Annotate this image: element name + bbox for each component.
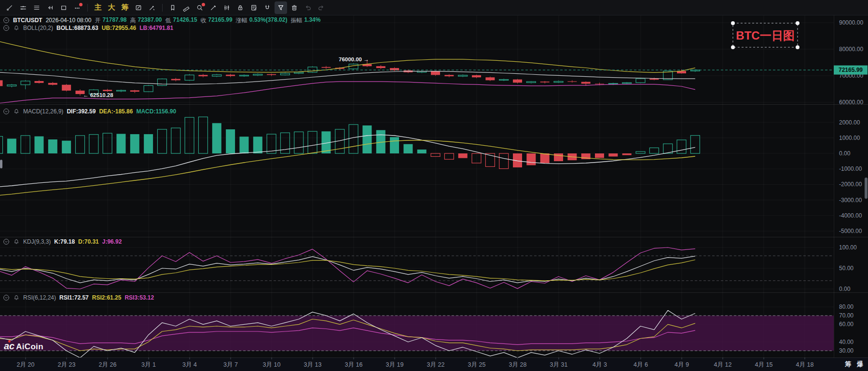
measure-tool[interactable] bbox=[180, 1, 193, 14]
symbol-info-row: BTC/USDT2026-04-10 08:00开71787.98高72387.… bbox=[3, 16, 320, 24]
toolbar: 主大筹 bbox=[0, 0, 868, 15]
boll-alert-bell-icon[interactable] bbox=[13, 25, 20, 31]
drawings-menu[interactable] bbox=[30, 1, 43, 14]
right-scrollbar-thumb[interactable] bbox=[865, 178, 868, 199]
collapse-macd-panel-icon[interactable] bbox=[3, 108, 10, 115]
toolbar-separator bbox=[87, 4, 88, 12]
hline-icon bbox=[20, 4, 27, 12]
svg-text:4月 3: 4月 3 bbox=[592, 361, 607, 368]
svg-text:60.00: 60.00 bbox=[839, 321, 854, 328]
svg-text:60000.00: 60000.00 bbox=[839, 99, 863, 106]
svg-text:0.00: 0.00 bbox=[839, 286, 851, 292]
kdj-indicator-name: KDJ(9,3,3) bbox=[23, 238, 51, 245]
rsi-alert-bell-icon[interactable] bbox=[13, 294, 20, 301]
macd-indicator-name: MACD(12,26,9) bbox=[23, 108, 63, 115]
svg-text:-3000.00: -3000.00 bbox=[839, 197, 862, 204]
ohlc-field-0: 开71787.98 bbox=[95, 16, 126, 25]
symbol-label: BTC/USDT bbox=[13, 17, 42, 24]
note-annotation-text[interactable]: BTC一日图 bbox=[736, 29, 794, 42]
svg-text:3月 25: 3月 25 bbox=[468, 361, 486, 368]
kdj-value-2: J:96.92 bbox=[102, 238, 122, 245]
undo-button[interactable] bbox=[302, 1, 314, 14]
svg-text:4月 6: 4月 6 bbox=[634, 361, 648, 368]
svg-text:30.00: 30.00 bbox=[839, 347, 854, 354]
svg-text:3月 10: 3月 10 bbox=[263, 361, 281, 368]
lock-icon bbox=[237, 4, 244, 12]
note-tool[interactable] bbox=[248, 1, 260, 14]
collapse-boll-icon[interactable] bbox=[3, 25, 10, 31]
svg-text:80000.00: 80000.00 bbox=[839, 46, 863, 53]
macd-alert-bell-icon[interactable] bbox=[13, 108, 20, 115]
brush-icon bbox=[149, 4, 155, 12]
notification-dot bbox=[79, 3, 83, 6]
arrow-icon bbox=[47, 4, 54, 12]
pen-tool[interactable] bbox=[207, 1, 220, 14]
selection-handle[interactable] bbox=[731, 45, 735, 49]
boll-value-0: BOLL:68873.63 bbox=[56, 25, 98, 31]
tab-liquidation[interactable]: 爆 bbox=[857, 360, 863, 369]
field-label: 开 bbox=[95, 16, 100, 25]
selection-handle[interactable] bbox=[796, 45, 799, 49]
svg-text:2月 20: 2月 20 bbox=[17, 361, 35, 368]
svg-text:3月 16: 3月 16 bbox=[345, 361, 363, 368]
aicoin-watermark: ac AiCoin bbox=[4, 341, 43, 352]
rsi-overbought-oversold-band bbox=[0, 316, 834, 351]
rsi-value-1: RSI2:61.25 bbox=[92, 294, 122, 301]
macd-histogram bbox=[0, 117, 700, 168]
toolbar-separator bbox=[162, 4, 163, 12]
filter-tool[interactable] bbox=[275, 1, 287, 14]
kdj-value-1: D:70.31 bbox=[78, 238, 99, 245]
svg-text:90000.00: 90000.00 bbox=[839, 19, 863, 26]
field-value: 72387.00 bbox=[138, 16, 162, 25]
annotate-tool[interactable] bbox=[132, 1, 145, 14]
more-tools[interactable] bbox=[71, 1, 83, 14]
kdj-value-0: K:79.18 bbox=[54, 238, 75, 245]
selection-handle[interactable] bbox=[796, 21, 799, 25]
macd-lines bbox=[0, 135, 695, 195]
note-annotation-box[interactable]: BTC一日图 bbox=[731, 21, 799, 49]
trendline-tool[interactable] bbox=[3, 1, 16, 14]
collapse-rsi-panel-icon[interactable] bbox=[3, 294, 10, 301]
left-scrollbar-thumb[interactable] bbox=[0, 160, 2, 168]
rectangle-tool[interactable] bbox=[57, 1, 70, 14]
price-high-marker: 76000.00 → bbox=[339, 56, 369, 62]
chips-tab-label: 筹 bbox=[122, 3, 129, 12]
redo-button[interactable] bbox=[315, 1, 328, 14]
chips-tab[interactable]: 筹 bbox=[119, 1, 131, 14]
trash-icon bbox=[291, 4, 298, 12]
arrow-tool[interactable] bbox=[44, 1, 56, 14]
boll-value-1: UB:72955.46 bbox=[102, 25, 136, 31]
magnet-tool[interactable] bbox=[261, 1, 274, 14]
svg-text:3月 1: 3月 1 bbox=[141, 361, 156, 368]
compare-tool[interactable] bbox=[220, 1, 233, 14]
large-chart-tab[interactable]: 大 bbox=[105, 1, 118, 14]
delete-tool[interactable] bbox=[288, 1, 301, 14]
price-chart-canvas[interactable]: 90000.0080000.0070000.0060000.002000.001… bbox=[0, 0, 868, 371]
price-axis[interactable]: 90000.0080000.0070000.0060000.002000.001… bbox=[834, 19, 868, 354]
zoom-tool[interactable] bbox=[193, 1, 206, 14]
svg-text:3月 19: 3月 19 bbox=[386, 361, 404, 368]
collapse-kdj-panel-icon[interactable] bbox=[3, 238, 10, 245]
field-value: 1.34% bbox=[304, 16, 320, 25]
kdj-alert-bell-icon[interactable] bbox=[13, 238, 20, 245]
selection-handle[interactable] bbox=[731, 21, 735, 25]
kdj-info-row: KDJ(9,3,3)K:79.18D:70.31J:96.92 bbox=[3, 238, 122, 246]
bookmark-tool[interactable] bbox=[166, 1, 179, 14]
main-chart-tab[interactable]: 主 bbox=[92, 1, 104, 14]
gridlines bbox=[0, 15, 834, 359]
svg-text:2月 26: 2月 26 bbox=[99, 361, 117, 368]
svg-text:-4000.00: -4000.00 bbox=[839, 212, 862, 219]
field-label: 低 bbox=[165, 16, 171, 25]
bottom-right-tabs: 筹 爆 bbox=[845, 360, 863, 369]
bookmark-icon bbox=[169, 4, 176, 12]
lock-tool[interactable] bbox=[234, 1, 247, 14]
magnet-icon bbox=[264, 4, 271, 12]
annotate-icon bbox=[135, 4, 142, 12]
tab-chips[interactable]: 筹 bbox=[845, 360, 851, 369]
brush-tool[interactable] bbox=[146, 1, 158, 14]
boll-info-row: BOLL(20,2)BOLL:68873.63UB:72955.46LB:647… bbox=[3, 24, 173, 32]
horizontal-line-tool[interactable] bbox=[17, 1, 29, 14]
collapse-main-panel-icon[interactable] bbox=[3, 17, 10, 24]
svg-text:4月 9: 4月 9 bbox=[675, 361, 689, 368]
svg-text:72165.99: 72165.99 bbox=[839, 67, 863, 73]
